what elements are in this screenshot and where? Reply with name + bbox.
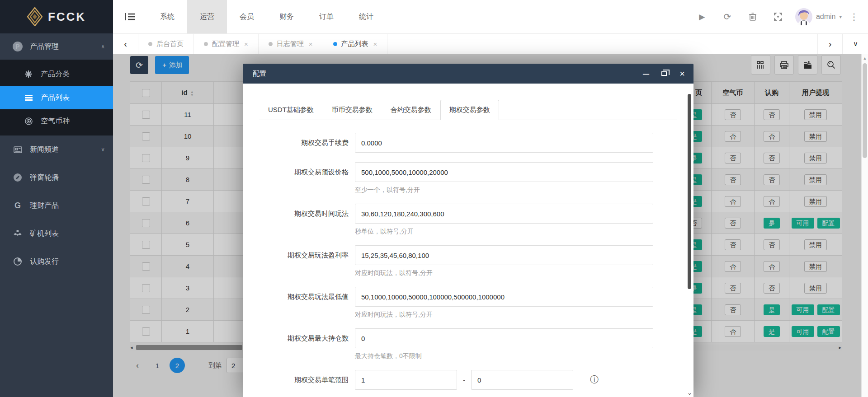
coin-icon: [24, 117, 33, 125]
form-row-single-range: 期权交易单笔范围 1 - 0 ⓘ: [259, 370, 677, 390]
sidebar-item-subscribe[interactable]: 认购发行: [0, 248, 113, 276]
refresh-icon[interactable]: ⟳: [715, 0, 740, 33]
trash-icon[interactable]: [740, 0, 765, 33]
fee-input[interactable]: 0.0000: [355, 133, 653, 153]
p-circle-icon: P: [13, 42, 23, 51]
sidebar-toggle-icon[interactable]: [113, 0, 147, 33]
field-help: 对应时间玩法，以符号,分开: [355, 311, 653, 319]
sidebar-item-popup[interactable]: 弹窗轮播: [0, 163, 113, 191]
tab-product-list[interactable]: 产品列表 ×: [323, 34, 388, 54]
form-row-fee: 期权交易手续费 0.0000: [259, 133, 677, 153]
sidebar-item-finance[interactable]: G 理财产品: [0, 191, 113, 220]
min-value-input[interactable]: 50,1000,10000,50000,100000,500000,100000…: [355, 287, 653, 307]
field-label: 期权交易玩法最低值: [259, 287, 355, 319]
username: admin: [816, 13, 836, 21]
user-menu[interactable]: admin ▾: [791, 8, 846, 25]
g-letter-icon: G: [13, 201, 23, 210]
carousel-icon: [13, 173, 23, 182]
preset-price-input[interactable]: 500,1000,5000,10000,20000: [355, 162, 653, 182]
sidebar-item-label: 认购发行: [30, 257, 59, 266]
minimize-icon[interactable]: —: [642, 70, 650, 78]
modal-title: 配置: [253, 70, 266, 78]
modal-titlebar[interactable]: 配置 — ×: [243, 64, 693, 84]
sidebar-item-product-list[interactable]: 产品列表: [0, 86, 113, 109]
tab-dot: [148, 42, 152, 46]
tab-dot: [204, 42, 208, 46]
info-icon[interactable]: ⓘ: [590, 374, 599, 386]
sidebar-item-miner[interactable]: 矿机列表: [0, 220, 113, 248]
tab-dot: [333, 42, 337, 46]
header-actions: ▶ ⟳: [689, 0, 868, 33]
tabs-list-icon[interactable]: ∨: [843, 34, 868, 54]
range-separator: -: [463, 376, 465, 384]
tab-log-manage[interactable]: 日志管理 ×: [259, 34, 323, 54]
modal-tab-contract[interactable]: 合约交易参数: [382, 100, 440, 120]
tabs-scroll-right-icon[interactable]: ›: [817, 34, 843, 54]
time-play-input[interactable]: 30,60,120,180,240,300,600: [355, 204, 653, 224]
max-position-input[interactable]: 0: [355, 328, 653, 348]
tab-label: 日志管理: [277, 40, 304, 48]
tab-close-icon[interactable]: ×: [309, 40, 313, 48]
pie-chart-icon: [13, 257, 23, 266]
tab-dashboard[interactable]: 后台首页: [138, 34, 194, 54]
caret-down-icon: ▾: [839, 14, 842, 20]
tab-close-icon[interactable]: ×: [244, 40, 248, 48]
form-row-min-value: 期权交易玩法最低值 50,1000,10000,50000,100000,500…: [259, 287, 677, 319]
sidebar: P 产品管理 ∧ 产品分类 产品列表: [0, 33, 113, 397]
topnav-item-operation[interactable]: 运营: [187, 0, 227, 33]
avatar: [795, 8, 812, 25]
topnav-item-member[interactable]: 会员: [227, 0, 267, 33]
field-label: 期权交易单笔范围: [259, 370, 355, 390]
maximize-icon[interactable]: [660, 70, 668, 78]
page-scrollbar-thumb[interactable]: [863, 63, 867, 158]
tabs-scroll-left-icon[interactable]: ‹: [113, 34, 138, 54]
form-row-max-position: 期权交易最大持仓数 0 最大持仓笔数，0不限制: [259, 328, 677, 360]
modal-tab-usdt[interactable]: USDT基础参数: [259, 100, 323, 120]
topnav-item-system[interactable]: 系统: [147, 0, 187, 33]
asterisk-icon: [24, 70, 33, 78]
scroll-up-icon[interactable]: ▲: [862, 56, 868, 61]
field-label: 期权交易时间玩法: [259, 204, 355, 236]
field-help: 对应时间玩法，以符号,分开: [355, 269, 653, 277]
topnav-item-finance[interactable]: 财务: [267, 0, 307, 33]
sidebar-group-product[interactable]: P 产品管理 ∧: [0, 33, 113, 60]
modal-tab-spot[interactable]: 币币交易参数: [323, 100, 382, 120]
brand-name: FCCK: [48, 10, 86, 24]
chevron-up-icon: ∧: [101, 43, 105, 50]
tab-config-manage[interactable]: 配置管理 ×: [194, 34, 259, 54]
close-icon[interactable]: ×: [678, 70, 686, 78]
sidebar-item-label: 弹窗轮播: [30, 173, 59, 182]
tab-close-icon[interactable]: ×: [373, 40, 377, 48]
topnav-item-stats[interactable]: 统计: [346, 0, 386, 33]
modal-scroll-down-icon[interactable]: ⌄: [687, 389, 692, 396]
cubes-icon: [13, 230, 23, 237]
page-tabbar: ‹ 后台首页 配置管理 × 日志管理 × 产品列表 × › ∨: [113, 33, 868, 54]
modal-body: USDT基础参数 币币交易参数 合约交易参数 期权交易参数 期权交易手续费 0.…: [243, 84, 693, 397]
field-label: 期权交易最大持仓数: [259, 328, 355, 360]
profit-rate-input[interactable]: 15,25,35,45,60,80,100: [355, 245, 653, 265]
app-header: FCCK 系统 运营 会员 财务 订单 统计 ▶ ⟳: [0, 0, 868, 33]
sidebar-item-label: 新闻频道: [30, 145, 59, 154]
sidebar-item-label: 空气币种: [41, 117, 70, 126]
topnav-item-order[interactable]: 订单: [307, 0, 346, 33]
modal-tab-option[interactable]: 期权交易参数: [440, 100, 499, 120]
newspaper-icon: [13, 146, 23, 153]
field-label: 期权交易玩法盈利率: [259, 245, 355, 277]
page-scrollbar[interactable]: ▲: [861, 54, 868, 397]
play-icon[interactable]: ▶: [689, 0, 715, 33]
range-min-input[interactable]: 1: [355, 370, 457, 390]
more-options-icon[interactable]: ⋮: [846, 11, 862, 22]
range-max-input[interactable]: 0: [471, 370, 573, 390]
brand-diamond-icon: [27, 7, 42, 26]
tab-dot: [269, 42, 273, 46]
fullscreen-icon[interactable]: [765, 0, 791, 33]
sidebar-item-label: 矿机列表: [30, 229, 59, 238]
sidebar-item-product-category[interactable]: 产品分类: [0, 62, 113, 86]
option-params-form: 期权交易手续费 0.0000 期权交易预设价格 500,1000,5000,10…: [259, 120, 677, 390]
brand-logo[interactable]: FCCK: [0, 0, 113, 33]
sidebar-item-label: 产品列表: [41, 93, 70, 103]
sidebar-item-aircoin[interactable]: 空气币种: [0, 109, 113, 133]
modal-scrollbar-thumb[interactable]: [688, 94, 691, 289]
app-root: FCCK 系统 运营 会员 财务 订单 统计 ▶ ⟳: [0, 0, 868, 397]
sidebar-item-news[interactable]: 新闻频道 ∨: [0, 135, 113, 163]
